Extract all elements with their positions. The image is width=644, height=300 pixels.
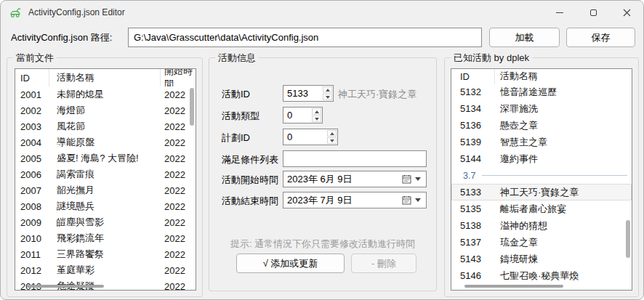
cell: 離垢者肅心旅宴 xyxy=(495,203,632,216)
version-label: 3.7 xyxy=(463,171,475,181)
triangle-down-icon xyxy=(326,96,330,99)
spinner-up-button[interactable] xyxy=(327,130,337,137)
cell: 5137 xyxy=(451,237,495,248)
spinner-down-button[interactable] xyxy=(327,137,337,144)
activity-info-group-title: 活動信息 xyxy=(215,52,259,65)
list-item[interactable]: 5139智慧主之章 xyxy=(451,134,632,150)
cell: 2002 xyxy=(15,105,49,116)
table-row[interactable]: 2008謎境懸兵2022 xyxy=(15,198,196,214)
spinner-up-button[interactable] xyxy=(323,86,332,93)
column-header-start[interactable]: 開始時間 xyxy=(161,69,196,86)
cell: 2007 xyxy=(15,185,49,196)
list-item[interactable]: 5144邀約事件 xyxy=(451,150,632,167)
list-item[interactable]: 5134深罪施洗 xyxy=(451,100,632,117)
cell: 憶音諸途巡歷 xyxy=(495,86,632,99)
horizontal-scrollbar[interactable] xyxy=(27,285,104,288)
activity-type-value: 0 xyxy=(283,108,311,123)
known-activities-rows: 5132憶音諸途巡歷5134深罪施洗5136懸壺之章5139智慧主之章5144邀… xyxy=(451,84,632,284)
table-row[interactable]: 2007韶光撫月2022 xyxy=(15,182,196,198)
add-or-update-button[interactable]: √ 添加或更新 xyxy=(236,254,345,273)
triangle-up-icon xyxy=(326,89,330,92)
list-item[interactable]: 5136懸壺之章 xyxy=(451,117,632,134)
horizontal-scrollbar[interactable] xyxy=(464,285,563,288)
column-header-id[interactable]: ID xyxy=(451,69,495,84)
activity-id-stepper[interactable]: 5133 xyxy=(283,85,334,102)
cell: 2004 xyxy=(15,137,49,148)
cell: 5132 xyxy=(451,86,495,97)
triangle-up-icon xyxy=(330,132,334,135)
table-row[interactable]: 2003風花節2022 xyxy=(15,118,196,134)
column-header-name[interactable]: 活動名稱 xyxy=(495,69,632,84)
condition-list-label: 滿足條件列表 xyxy=(222,153,278,166)
known-activities-table: ID 活動名稱 5132憶音諸途巡歷5134深罪施洗5136懸壺之章5139智慧… xyxy=(451,68,632,291)
save-button[interactable]: 保存 xyxy=(566,28,635,47)
cell: 5134 xyxy=(451,103,495,114)
cell: 2022 xyxy=(161,201,196,212)
cell: 2022 xyxy=(161,233,196,244)
plan-id-value: 0 xyxy=(283,129,326,145)
activity-type-stepper[interactable]: 0 xyxy=(283,107,323,123)
plan-id-stepper[interactable]: 0 xyxy=(283,129,338,145)
version-separator: 3.7 xyxy=(451,167,632,184)
list-item[interactable]: 5138溢神的猜想 xyxy=(451,217,632,234)
vertical-scrollbar[interactable] xyxy=(190,88,194,126)
title-bar: ActivityConfig.json Editor xyxy=(1,1,643,24)
calendar-icon xyxy=(402,174,411,184)
cell: 七聖召喚·秘典華煥 xyxy=(495,269,632,283)
end-time-picker[interactable]: 2023年 7月 9日 xyxy=(283,192,427,208)
table-row[interactable]: 2011三界路饗祭2022 xyxy=(15,246,196,262)
cell: 2022 xyxy=(161,137,196,148)
table-row[interactable]: 2001未歸的熄星2022 xyxy=(15,86,196,102)
known-activities-table-header: ID 活動名稱 xyxy=(451,69,632,84)
table-row[interactable]: 2006謁索雷痕2022 xyxy=(15,166,196,182)
table-row[interactable]: 2004導能原盤2022 xyxy=(15,134,196,150)
triangle-down-icon xyxy=(330,139,334,142)
cell: 2003 xyxy=(15,121,49,132)
list-item[interactable]: 5132憶音諸途巡歷 xyxy=(451,84,632,100)
list-item[interactable]: 5135離垢者肅心旅宴 xyxy=(451,200,632,217)
app-icon xyxy=(9,6,22,19)
cell: 5135 xyxy=(451,203,495,214)
start-time-picker[interactable]: 2023年 6月 9日 xyxy=(283,171,427,187)
spinner-down-button[interactable] xyxy=(323,94,332,100)
minimize-button[interactable] xyxy=(543,1,576,24)
spinner-up-button[interactable] xyxy=(312,108,321,115)
calendar-icon xyxy=(402,195,411,205)
cell: 海燈節 xyxy=(49,104,161,117)
cell: 謎境懸兵 xyxy=(49,200,161,213)
close-button[interactable] xyxy=(610,1,643,24)
dropdown-arrow-icon[interactable] xyxy=(415,198,421,202)
dropdown-arrow-icon[interactable] xyxy=(415,177,421,181)
table-row[interactable]: 2009皚塵與雪影2022 xyxy=(15,214,196,230)
start-time-value: 2023年 6月 9日 xyxy=(283,173,402,186)
column-header-id[interactable]: ID xyxy=(15,69,49,86)
current-file-group: 當前文件 ID 活動名稱 開始時間 2001未歸的熄星20222002海燈節20… xyxy=(7,57,203,297)
path-input[interactable] xyxy=(128,28,482,47)
end-time-label: 活動結束時間 xyxy=(222,195,278,208)
triangle-down-icon xyxy=(315,118,319,121)
list-item[interactable]: 5143鑄境研煉 xyxy=(451,251,632,267)
app-window: ActivityConfig.json Editor ActivityConfi… xyxy=(0,0,644,300)
cell: 未歸的熄星 xyxy=(49,88,161,101)
list-item-selected[interactable]: 5133神工天巧·寶錄之章 xyxy=(451,184,632,200)
cell: 2011 xyxy=(15,249,49,260)
condition-list-input[interactable] xyxy=(283,150,427,167)
column-header-name[interactable]: 活動名稱 xyxy=(49,69,161,86)
table-row[interactable]: 2005盛夏! 海島? 大冒險!2022 xyxy=(15,150,196,166)
activity-id-value: 5133 xyxy=(283,86,322,101)
activity-id-label: 活動ID xyxy=(222,88,250,101)
spinner-down-button[interactable] xyxy=(312,115,321,122)
list-item[interactable]: 5146七聖召喚·秘典華煥 xyxy=(451,267,632,284)
maximize-button[interactable] xyxy=(576,1,610,24)
load-button[interactable]: 加載 xyxy=(489,28,560,47)
table-row[interactable]: 2012堇庭華彩2022 xyxy=(15,262,196,278)
current-file-group-title: 當前文件 xyxy=(13,52,57,65)
table-row[interactable]: 2010飛彩鐫流年2022 xyxy=(15,230,196,246)
table-row[interactable]: 2002海燈節2022 xyxy=(15,102,196,118)
list-item[interactable]: 5137琉金之章 xyxy=(451,234,632,251)
current-file-table: ID 活動名稱 開始時間 2001未歸的熄星20222002海燈節2022200… xyxy=(15,68,196,291)
cell: 5133 xyxy=(451,187,495,198)
plan-id-label: 計劃ID xyxy=(222,131,250,145)
spinner xyxy=(311,108,322,123)
vertical-scrollbar[interactable] xyxy=(626,220,630,258)
